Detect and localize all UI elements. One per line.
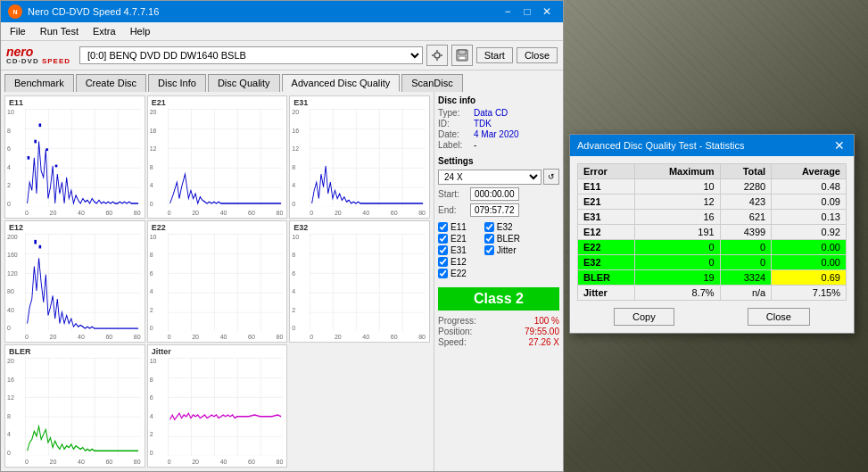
tab-disc-info[interactable]: Disc Info [148,74,206,92]
tab-benchmark[interactable]: Benchmark [4,74,74,92]
chart-e11-inner: E11 1086420 020406080 [5,96,145,218]
chart-e32-yaxis: 1086420 [292,234,299,332]
disc-info-type-value: Data CD [474,108,508,118]
checkbox-e22[interactable] [438,269,448,278]
chart-e11-yaxis: 1086420 [7,109,14,207]
save-icon-button[interactable] [451,45,473,66]
stats-jitter-total: n/a [720,286,772,301]
tab-advanced-disc-quality[interactable]: Advanced Disc Quality [282,74,401,92]
speed-select[interactable]: 4 X8 X16 X24 X32 X40 X48 XMax [438,170,541,185]
stats-row-e22: E22 0 0 0.00 [578,240,847,255]
tab-disc-quality[interactable]: Disc Quality [208,74,280,92]
settings-section: Settings 4 X8 X16 X24 X32 X40 X48 XMax ↺… [438,156,559,217]
checkbox-e21[interactable] [438,234,448,244]
stats-row-e21: E21 12 423 0.09 [578,195,847,210]
disc-info-title: Disc info [438,95,559,105]
menu-extra[interactable]: Extra [87,24,121,38]
end-time-label: End: [438,205,467,215]
menu-run-test[interactable]: Run Test [35,24,84,38]
checkbox-e12[interactable] [438,257,448,267]
checkbox-e31[interactable] [438,245,448,255]
chart-bler-label: BLER [9,347,31,356]
stats-e32-avg: 0.00 [772,255,847,270]
end-time-value: 079:57.72 [470,203,519,217]
col-total: Total [720,164,772,179]
stats-dialog-title: Advanced Disc Quality Test - Statistics [577,140,744,151]
svg-point-0 [434,53,440,58]
menu-help[interactable]: Help [125,24,156,38]
speed-cycle-button[interactable]: ↺ [543,169,559,185]
stats-close-button[interactable]: Close [748,308,810,326]
checkbox-bler[interactable] [484,234,494,244]
close-button[interactable]: Close [517,47,558,63]
chart-e12-label: E12 [9,223,23,232]
end-time-row: End: 079:57.72 [438,203,559,217]
charts-area: E11 1086420 020406080 [1,92,434,471]
stats-e22-max: 0 [635,240,720,255]
drive-selector[interactable]: [0:0] BENQ DVD DD DW1640 BSLB [79,46,423,64]
tab-scan-disc[interactable]: ScanDisc [401,74,462,92]
chart-jitter: Jitter 1086420 020406080 [147,344,288,468]
chart-e31: E31 201612840 020406080 [289,95,430,219]
chart-jitter-inner: Jitter 1086420 020406080 [148,345,287,467]
chart-jitter-xaxis: 020406080 [168,459,284,465]
stats-jitter-max: 8.7% [635,286,720,301]
cdspeed-brand: CD·DVD SPEED [6,58,70,65]
checkbox-bler-row: BLER [484,234,520,244]
stats-e21-avg: 0.09 [772,195,847,210]
col-error: Error [578,164,635,179]
stats-e11-total: 2280 [720,179,772,195]
title-bar-left: N Nero CD-DVD Speed 4.7.7.16 [8,4,159,19]
stats-e11-max: 10 [635,179,720,195]
chart-e21-yaxis: 201612840 [150,109,157,207]
stats-e11-name: E11 [578,179,635,195]
minimize-button[interactable]: − [499,5,517,18]
checkbox-bler-label: BLER [497,234,520,244]
start-time-label: Start: [438,189,467,199]
progress-value: 100 % [534,316,559,326]
col-maximum: Maximum [635,164,720,179]
checkbox-jitter-row: Jitter [484,245,520,255]
title-controls: − □ ✕ [499,5,556,18]
stats-copy-button[interactable]: Copy [614,308,674,326]
stats-dialog-close-x-button[interactable]: ✕ [832,138,847,153]
stats-e12-total: 4399 [720,225,772,240]
checkbox-group: E11 E21 E31 E12 [438,222,559,278]
window-close-button[interactable]: ✕ [538,5,556,18]
stats-e12-max: 191 [635,225,720,240]
stats-e21-max: 12 [635,195,720,210]
stats-e32-max: 0 [635,255,720,270]
checkbox-e12-row: E12 [438,257,467,267]
checkbox-e32[interactable] [484,222,494,232]
chart-e22-plot [168,234,284,332]
checkbox-e11[interactable] [438,222,448,232]
chart-e21-inner: E21 201612840 020406080 [148,96,287,218]
checkbox-e32-row: E32 [484,222,520,232]
start-time-value: 000:00.00 [470,187,519,201]
chart-e32: E32 1086420 020406080 [289,220,430,344]
checkbox-jitter[interactable] [484,245,494,255]
svg-rect-6 [459,50,466,54]
progress-label: Progress: [438,316,476,326]
menu-file[interactable]: File [4,24,31,38]
app-icon: N [8,4,22,19]
settings-icon-button[interactable] [426,45,448,66]
disc-info-date-label: Date: [438,129,470,139]
stats-e31-name: E31 [578,210,635,225]
stats-bler-name: BLER [578,270,635,286]
stats-bler-max: 19 [635,270,720,286]
tab-bar: Benchmark Create Disc Disc Info Disc Qua… [1,70,563,92]
stats-e32-name: E32 [578,255,635,270]
maximize-button[interactable]: □ [518,5,536,18]
stats-jitter-avg: 7.15% [772,286,847,301]
svg-rect-21 [25,358,141,456]
stats-dialog-title-bar: Advanced Disc Quality Test - Statistics … [570,135,854,156]
chart-bler-yaxis: 201612840 [7,358,14,456]
svg-rect-15 [310,109,426,207]
chart-bler-plot [25,358,141,456]
tab-create-disc[interactable]: Create Disc [76,74,146,92]
svg-rect-8 [25,109,141,207]
chart-e31-yaxis: 201612840 [292,109,299,207]
start-button[interactable]: Start [476,47,513,63]
settings-icon [431,49,443,62]
